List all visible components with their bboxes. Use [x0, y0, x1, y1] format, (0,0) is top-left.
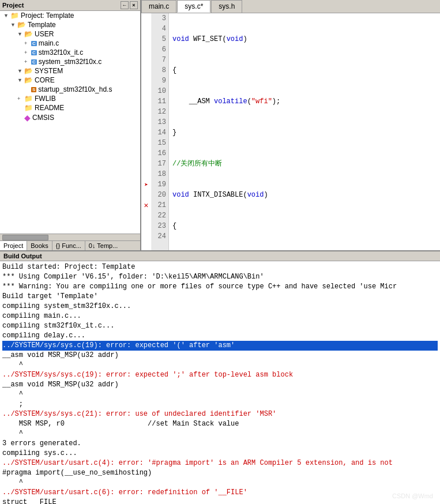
build-line-err4: ../SYSTEM/usart/usart.c(4): error: '#pra…: [2, 458, 438, 468]
expand-system-c: +: [24, 59, 31, 65]
file-startup-icon: S: [31, 87, 36, 92]
build-line-9: compiling delay.c...: [2, 331, 438, 341]
sidebar-bottom-tabs: Project Books {} Func... 0↓ Temp...: [0, 240, 140, 250]
file-system-c-icon: C: [31, 59, 37, 65]
project-label: Project: Template: [21, 12, 74, 20]
tree-item-cmsis[interactable]: ◆ CMSIS: [0, 112, 140, 123]
expand-core[interactable]: ▼: [17, 77, 24, 83]
expand-fwlib[interactable]: +: [17, 96, 24, 101]
line-numbers: 34567 89101112 1314151617 1819202122 232…: [152, 13, 169, 250]
tab-project[interactable]: Project: [0, 241, 27, 250]
code-editor[interactable]: ➤ ✕ 34567 89101112 1314151617: [141, 13, 440, 250]
build-line-15: ;: [2, 400, 438, 409]
build-content[interactable]: Build started: Project: Template *** Usi…: [0, 261, 440, 504]
sidebar-header: Project ← ×: [0, 0, 140, 11]
build-line-23: ^: [2, 478, 438, 488]
build-output-header: Build Output: [0, 251, 440, 261]
sidebar-btn-2[interactable]: ×: [130, 1, 138, 9]
expand-template[interactable]: ▼: [10, 22, 17, 28]
sidebar-btn-1[interactable]: ←: [121, 1, 129, 9]
tree-item-system-c[interactable]: + C system_stm32f10x.c: [0, 57, 140, 66]
cmsis-icon: ◆: [24, 113, 31, 122]
code-line-4: {: [172, 65, 440, 76]
tab-func[interactable]: {} Func...: [52, 241, 85, 250]
system-label: SYSTEM: [35, 67, 63, 75]
build-line-17: MSR MSP, r0 //set Main Stack value: [2, 419, 438, 429]
tab-sys-h[interactable]: sys.h: [211, 0, 242, 13]
error-gutter: ➤ ✕: [141, 13, 152, 250]
file-stm32-it-icon: C: [31, 50, 37, 55]
tree-item-project[interactable]: ▼ 📁 Project: Template: [0, 11, 140, 20]
readme-label: README: [35, 104, 64, 112]
expand-project[interactable]: ▼: [3, 13, 10, 18]
build-line-err3: ../SYSTEM/sys/sys.c(21): error: use of u…: [2, 409, 438, 419]
editor-area: main.c sys.c* sys.h: [141, 0, 440, 250]
main-layout: Project ← × ▼ 📁 Project: Template: [0, 0, 440, 250]
file-tabs: main.c sys.c* sys.h: [141, 0, 440, 13]
code-line-9: {: [172, 221, 440, 231]
folder-readme-icon: 📁: [24, 104, 33, 112]
sidebar: Project ← × ▼ 📁 Project: Template: [0, 0, 141, 250]
build-line-11: ^: [2, 360, 438, 370]
build-line-21: compiling sys.c...: [2, 449, 438, 458]
code-line-6: }: [172, 127, 440, 138]
tab-books[interactable]: Books: [27, 241, 52, 250]
tree-item-core[interactable]: ▼ 📂 CORE: [0, 76, 140, 85]
file-main-c-icon: C: [31, 41, 37, 46]
build-line-err5: ../SYSTEM/usart/usart.c(6): error: redef…: [2, 488, 438, 498]
folder-core-icon: 📂: [24, 76, 33, 84]
main-c-label: main.c: [39, 39, 59, 47]
sidebar-scrollbar[interactable]: [0, 234, 140, 240]
build-line-8: compiling stm32f10x_it.c...: [2, 321, 438, 331]
build-line-13: __asm void MSR_MSP(u32 addr): [2, 380, 438, 390]
code-line-7: //关闭所有中断: [172, 159, 440, 169]
build-output-panel: Build Output Build started: Project: Tem…: [0, 250, 440, 504]
tree-item-user[interactable]: ▼ 📂 USER: [0, 29, 140, 39]
startup-label: startup_stm32f10x_hd.s: [38, 85, 112, 93]
folder-user-icon: 📂: [24, 30, 33, 38]
expand-system[interactable]: ▼: [17, 68, 24, 74]
build-line-22: #pragma import(__use_no_semihosting): [2, 468, 438, 478]
project-icon: 📁: [10, 12, 19, 20]
expand-stm32-it: +: [24, 50, 31, 55]
system-c-label: system_stm32f10x.c: [39, 58, 101, 66]
build-line-10: __asm void MSR_MSP(u32 addr): [2, 351, 438, 360]
user-label: USER: [35, 30, 54, 38]
stm32-it-label: stm32f10x_it.c: [39, 48, 83, 57]
tree-item-startup[interactable]: S startup_stm32f10x_hd.s: [0, 85, 140, 94]
tree-item-fwlib[interactable]: + 📁 FWLIB: [0, 94, 140, 103]
watermark: CSDN @Wmd: [392, 492, 433, 499]
tree-item-template[interactable]: ▼ 📂 Template: [0, 20, 140, 29]
code-line-8: void INTX_DISABLE(void): [172, 190, 440, 200]
build-line-err2: ../SYSTEM/sys/sys.c(19): error: expected…: [2, 370, 438, 380]
folder-template-icon: 📂: [17, 21, 26, 29]
build-line-18: ^: [2, 429, 438, 439]
tree-item-stm32-it[interactable]: + C stm32f10x_it.c: [0, 48, 140, 57]
build-line-2: *** Using Compiler 'V6.15', folder: 'D:\…: [2, 272, 438, 282]
core-label: CORE: [35, 76, 55, 84]
tab-sys-c[interactable]: sys.c*: [177, 0, 210, 13]
build-line-3: *** Warning: You are compiling one or mo…: [2, 282, 438, 292]
build-line-25: struct __FILE: [2, 498, 438, 504]
expand-user[interactable]: ▼: [17, 31, 24, 37]
error-marker-21: ✕: [141, 200, 151, 210]
code-content[interactable]: void WFI_SET(void) { __ASM volatile("wfi…: [169, 13, 440, 250]
code-line-5: __ASM volatile("wfi");: [172, 96, 440, 107]
folder-system-icon: 📂: [24, 67, 33, 75]
expand-main-c: +: [24, 40, 31, 46]
tree-item-readme[interactable]: 📁 README: [0, 103, 140, 112]
build-line-1: Build started: Project: Template: [2, 262, 438, 272]
fwlib-label: FWLIB: [35, 95, 56, 103]
tree-item-system[interactable]: ▼ 📂 SYSTEM: [0, 66, 140, 76]
template-label: Template: [28, 21, 56, 29]
code-line-3: void WFI_SET(void): [172, 34, 440, 44]
build-line-14: ^: [2, 390, 438, 400]
tab-main-c[interactable]: main.c: [141, 0, 176, 13]
build-line-5: Build target 'Template': [2, 292, 438, 302]
build-line-6: compiling system_stm32f10x.c...: [2, 302, 438, 311]
tab-temp[interactable]: 0↓ Temp...: [85, 241, 122, 250]
tree-item-main-c[interactable]: + C main.c: [0, 39, 140, 48]
sidebar-title: Project: [2, 2, 24, 9]
build-line-20: 3 errors generated.: [2, 439, 438, 449]
folder-fwlib-icon: 📁: [24, 95, 33, 103]
